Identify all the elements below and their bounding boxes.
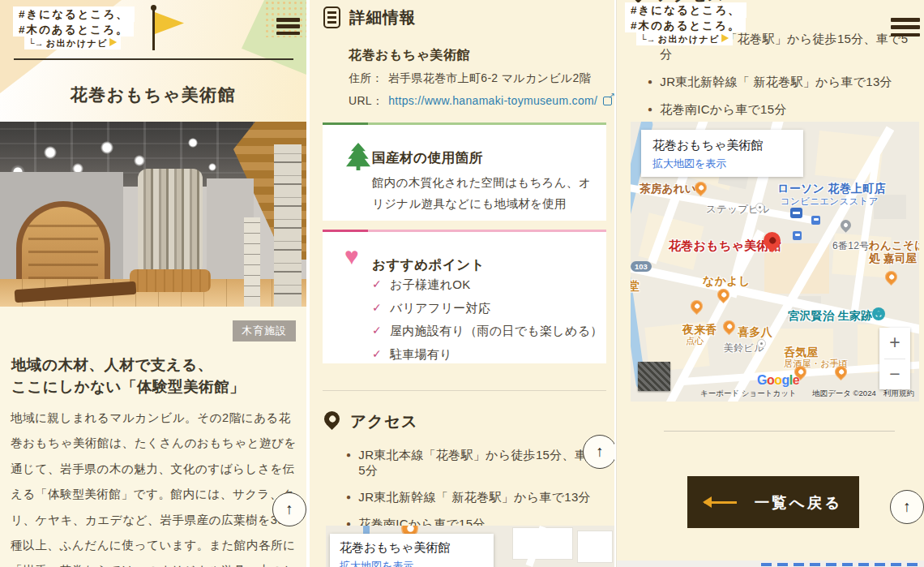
zoom-out-button[interactable]: − — [879, 359, 910, 390]
recommended-points-heading: おすすめポイント — [372, 256, 485, 274]
zoom-in-button[interactable]: + — [879, 328, 910, 359]
map-label: なかよし — [703, 274, 751, 289]
map-card-expand-link[interactable]: 拡大地図を表示 — [340, 559, 413, 567]
map-label: 6番12号 — [832, 239, 870, 253]
tree-icon — [346, 143, 370, 170]
details-heading-label: 詳細情報 — [349, 6, 416, 28]
logo-line-1: #きになるところ、 — [625, 2, 746, 18]
photo-cylinder-base — [130, 269, 211, 292]
logo-line-2: #木のあるところ。 — [13, 22, 134, 37]
photo-birch-cylinder — [138, 169, 203, 274]
column-details: 詳細情報 花巻おもちゃ美術館 住所：岩手県花巻市上町6-2 マルカンビル2階 U… — [310, 0, 614, 567]
list-item-text: 屋内施設有り（雨の日でも楽しめる） — [390, 324, 603, 339]
map-marker-circle-teal[interactable] — [872, 307, 885, 320]
clipped-link-text — [761, 563, 920, 566]
map-card-expand-link[interactable]: 拡大地図を表示 — [652, 157, 726, 171]
bullet-icon: ● — [346, 450, 351, 459]
next-section-sliver — [617, 561, 924, 567]
heart-icon — [344, 243, 359, 270]
map-marker-shield[interactable]: 103 — [631, 261, 652, 272]
map-marker-pin-orange[interactable] — [688, 298, 705, 315]
photo-birch-trunk — [274, 144, 302, 307]
hamburger-menu-icon[interactable] — [276, 18, 300, 35]
check-icon: ✓ — [372, 277, 382, 290]
lead-heading-line2: ここにしかない「体験型美術館」 — [11, 376, 297, 397]
location-pin-icon — [321, 408, 343, 430]
section-divider — [664, 431, 895, 432]
up-arrow-icon: ↑ — [285, 500, 293, 518]
list-item: ●JR東北新幹線「 新花巻駅」から車で13分 — [346, 490, 605, 505]
address-value: 岩手県花巻市上町6-2 マルカンビル2階 — [388, 71, 591, 84]
map-attribution-item[interactable]: 利用規約 — [883, 389, 914, 399]
map-label: 処 嘉司屋 — [869, 251, 917, 266]
photo-birch-trunk-2 — [244, 217, 260, 307]
map-marker-pin-orange[interactable] — [715, 286, 732, 303]
map-info-card: 花巻おもちゃ美術館 拡大地図を表示 — [641, 130, 803, 177]
back-button-label: 一覧へ戻る — [755, 492, 842, 513]
flag-shape — [155, 12, 184, 38]
recommended-points-card: おすすめポイント ✓お子様連れOK✓バリアフリー対応✓屋内施設有り（雨の日でも楽… — [323, 230, 606, 363]
mini-flag-icon — [721, 34, 729, 43]
map-marker-bus[interactable] — [811, 216, 820, 225]
back-to-list-button[interactable]: 一覧へ戻る — [687, 476, 859, 528]
category-badge: 木育施設 — [233, 320, 296, 341]
map-card-title: 花巻おもちゃ美術館 — [340, 540, 450, 556]
list-item: ●花巻南ICから車で15分 — [648, 102, 919, 118]
map-attribution-item: 地図データ ©2024 — [812, 389, 876, 399]
list-item: ✓バリアフリー対応 — [372, 301, 603, 316]
flag-pole — [152, 8, 155, 50]
list-item-text: 駐車場有り — [390, 347, 452, 363]
scroll-to-top-button[interactable]: ↑ — [583, 435, 614, 469]
site-logo[interactable]: #きになるところ、 #木のあるところ。 お出かけナビ — [13, 6, 135, 49]
logo-line-3: お出かけナビ — [636, 32, 733, 45]
list-item: ✓お子様連れOK — [372, 277, 603, 293]
map-marker-circle-white[interactable] — [755, 203, 764, 212]
description-text: 地域に親しまれるマルカンビル。その2階にある花巻おもちゃ美術館は、たくさんのおも… — [11, 406, 297, 567]
url-label: URL： — [349, 94, 383, 107]
check-icon: ✓ — [372, 324, 382, 337]
map-marker-bus[interactable] — [793, 231, 802, 240]
map-zoom-control: + − — [879, 328, 910, 389]
site-header: #きになるところ、 #木のあるところ。 お出かけナビ 花巻おもちゃ美術館 — [0, 0, 306, 122]
site-logo[interactable]: #きになるところ、 #木のあるところ。 お出かけナビ — [625, 2, 746, 45]
map-marker-shop-blue[interactable] — [790, 208, 802, 218]
recommended-points-list: ✓お子様連れOK✓バリアフリー対応✓屋内施設有り（雨の日でも楽しめる）✓駐車場有… — [372, 277, 603, 370]
section-divider — [323, 390, 606, 391]
map-label: 茶房あれい — [640, 182, 696, 196]
map-label: 宮沢賢治 生家跡 — [788, 309, 872, 324]
wood-usage-text: 館内の木質化された空間はもちろん、オリジナル遊具などにも地域材を使用 — [372, 172, 596, 214]
list-item-text: JR東北本線「花巻駅」から徒歩15分、車で5分 — [358, 448, 605, 479]
map-marker-circle-white[interactable] — [757, 339, 766, 348]
google-map[interactable]: 茶房あれいステップビルローソン 花巻上町店コンビニエンスストア花巻おもちゃ美術館… — [631, 122, 919, 402]
hamburger-menu-icon[interactable] — [891, 18, 920, 37]
logo-tagline: お出かけナビ — [658, 34, 720, 44]
list-item-text: JR東北新幹線「 新花巻駅」から車で13分 — [358, 490, 591, 505]
column-map: アクセス ●JR東北本線「花巻駅」から徒歩15分、車で5分●JR東北新幹線「 新… — [616, 0, 924, 567]
map-marker-pin-gray[interactable] — [838, 217, 853, 232]
list-item-text: お子様連れOK — [390, 277, 470, 293]
map-marker-pin-orange[interactable] — [721, 318, 738, 335]
website-link[interactable]: https://www.hanamaki-toymuseum.com/ — [388, 94, 597, 107]
google-logo[interactable]: Google — [757, 373, 799, 388]
check-icon: ✓ — [372, 301, 382, 314]
scroll-to-top-button[interactable]: ↑ — [272, 492, 306, 526]
access-list: ●JR東北本線「花巻駅」から徒歩15分、車で5分●JR東北新幹線「 新花巻駅」か… — [648, 32, 919, 130]
list-item-text: バリアフリー対応 — [390, 301, 490, 316]
list-item: ✓屋内施設有り（雨の日でも楽しめる） — [372, 324, 603, 339]
bullet-icon: ● — [346, 492, 351, 501]
map-label: コンビニエンスストア — [781, 195, 879, 208]
up-arrow-icon: ↑ — [903, 498, 911, 516]
url-row: URL：https://www.hanamaki-toymuseum.com/ — [349, 94, 612, 109]
logo-line-3: お出かけナビ — [24, 37, 121, 49]
scroll-to-top-button[interactable]: ↑ — [890, 490, 924, 524]
logo-line-2: #木のあるところ。 — [625, 18, 746, 33]
map-embed-top[interactable]: 花巻おもちゃ美術館 拡大地図を表示 — [326, 526, 614, 567]
list-item: ✓駐車場有り — [372, 347, 603, 363]
map-marker-pin-orange[interactable] — [883, 268, 900, 286]
google-logo-letter: g — [782, 373, 789, 387]
street-view-thumbnail[interactable] — [638, 362, 670, 391]
map-attribution-item[interactable]: キーボード ショートカット — [700, 389, 797, 399]
list-item-text: JR東北新幹線「 新花巻駅」から車で13分 — [660, 75, 892, 90]
up-arrow-icon: ↑ — [596, 443, 604, 461]
hero-photo-museum-interior — [0, 122, 306, 307]
